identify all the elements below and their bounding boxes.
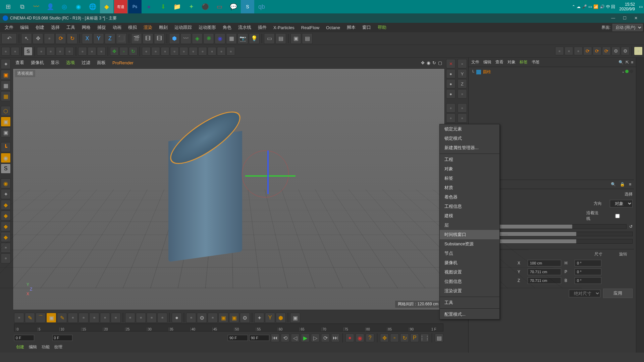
app-icon[interactable]: ✦ [184,0,198,13]
menu-file[interactable]: 文件 [1,23,17,32]
menu-script[interactable]: 脚本 [343,23,359,32]
tool-icon[interactable]: ✥ [110,47,119,56]
interface-dropdown[interactable]: 启动 (用户) [612,24,643,31]
vp-menu-prorender[interactable]: ProRender [112,60,133,65]
tool-icon[interactable]: Y [458,69,467,78]
edge-icon[interactable]: ◎ [58,0,71,13]
rotate-alt-icon[interactable]: ↻ [67,33,77,44]
apply-button[interactable]: 应用 [603,289,633,298]
menu-anim[interactable]: 动画 [109,23,125,32]
tool-icon[interactable]: ▫ [565,47,573,55]
tool-icon[interactable]: ▫ [142,47,151,56]
next-frame-icon[interactable]: ▷ [311,334,320,342]
tool-icon[interactable]: ▫ [161,47,169,56]
menu-edit[interactable]: 编辑 [17,23,32,32]
cm-nodes[interactable]: 节点 [440,249,499,258]
visibility-editor-icon[interactable] [625,70,629,73]
tool-icon[interactable]: ↻ [129,47,138,56]
om-tab-objects[interactable]: 对象 [507,59,516,65]
tool-icon[interactable]: ▫ [458,59,467,68]
tool-icon[interactable]: ▫ [136,313,146,323]
tool-icon[interactable]: ▫ [208,313,218,323]
tool-icon[interactable]: ▫ [446,103,455,113]
tool-icon[interactable]: ▫ [14,313,24,323]
vp-menu-options[interactable]: 选项 [66,60,75,66]
environment-icon[interactable]: ◉ [215,33,225,44]
enable-axis-icon[interactable]: ◉ [1,153,11,163]
workplane-icon[interactable]: ▦ [1,91,11,101]
tray-ime-icon[interactable]: 中 回 [606,4,615,10]
maximize-button[interactable]: ☐ [619,14,630,22]
start-frame-input[interactable] [14,335,34,341]
rot-h-input[interactable] [575,260,601,266]
tool-icon[interactable]: ✎ [57,313,67,323]
tool-icon[interactable]: ▫ [458,103,467,113]
move-icon[interactable]: ✥ [33,33,43,44]
tool-icon[interactable]: ▫ [119,47,128,56]
qb-icon[interactable]: qb [255,0,268,13]
vp-menu-camera[interactable]: 摄像机 [31,60,44,66]
cm-tools[interactable]: 工具 [440,298,499,307]
om-tab-tags[interactable]: 标签 [520,59,528,65]
menu-simulate[interactable]: 模拟 [125,23,140,32]
tool-icon[interactable]: ⚙ [621,47,630,55]
tree-expand-icon[interactable]: └ [471,70,474,74]
normal-checkbox[interactable] [602,214,633,218]
ps-icon[interactable]: Ps [128,0,142,13]
point-icon[interactable]: ⬡ [1,106,11,116]
tool-icon[interactable]: ▫ [458,89,467,99]
tool-icon[interactable]: ▫ [198,47,207,56]
om-filter-icon[interactable]: ⇱ [626,60,629,65]
gizmo-y-axis[interactable] [267,150,269,194]
model-icon[interactable]: ▣ [1,70,11,80]
app-icon[interactable]: 👤 [44,0,57,13]
tool-icon[interactable]: ● [172,313,182,323]
tool-icon[interactable]: ⌒ [36,313,46,323]
tool-icon[interactable]: ▫ [125,313,135,323]
goto-start-icon[interactable]: ⏮ [271,334,279,342]
key-opts-icon[interactable]: ? [366,334,374,342]
key-pla-icon[interactable]: P [410,334,419,342]
timeline-ruler[interactable]: 0 5 10 15 20 25 30 35 40 45 50 55 60 65 … [14,323,443,331]
vp-nav-icon[interactable]: ✥ [421,60,425,65]
tray-wifi-icon[interactable]: 📶 [593,4,598,9]
tool-icon[interactable]: ▫ [1,47,10,56]
menu-snap[interactable]: 捕捉 [94,23,109,32]
mode-texture[interactable]: 纹理 [54,344,62,350]
om-search-icon[interactable]: 🔍 [619,60,624,65]
end-frame-input[interactable] [249,335,269,341]
wechat-icon[interactable]: 💬 [227,0,240,13]
cm-object[interactable]: 对象 [440,164,499,174]
tool-icon[interactable]: ▫ [46,47,55,56]
tool-icon[interactable]: ▣ [290,313,300,323]
scale-icon[interactable]: ▫ [44,33,55,44]
tool-icon[interactable]: ▣ [229,313,239,323]
snagit-icon[interactable]: S [241,0,254,13]
cm-lock-element[interactable]: 锁定元素 [440,124,499,134]
vp-menu-display[interactable]: 显示 [51,60,59,66]
menu-mesh[interactable]: 网格 [78,23,94,32]
texture-icon[interactable]: ▦ [1,80,11,90]
explorer-icon[interactable]: 📁 [170,0,184,13]
rot-p-input[interactable] [575,268,601,275]
render-settings-icon[interactable]: 🎞 [154,33,165,44]
tool-icon[interactable]: ▫ [147,313,157,323]
coord-sys-icon[interactable]: ⬛ [116,33,127,44]
app-icon[interactable]: 〰 [30,0,43,13]
cm-bitmap-info[interactable]: 位图信息 [440,277,499,286]
axis-z-icon[interactable]: Z [105,33,115,44]
menu-pipeline[interactable]: 流水线 [235,23,255,32]
cm-lock-mode[interactable]: 锁定模式 [440,134,499,143]
record-icon[interactable]: ● [345,334,354,342]
light-icon[interactable]: 📷 [237,33,248,44]
prev-key-icon[interactable]: ⟲ [281,334,289,342]
tool-icon[interactable]: ⚙ [611,47,620,55]
menu-octane[interactable]: Octane [323,24,343,32]
clock[interactable]: 15:52 2020/9/9 [619,2,635,12]
tool-icon[interactable]: ✕ [446,59,455,68]
tool-icon[interactable]: ✎ [25,313,35,323]
tool-icon[interactable]: ▫ [179,47,188,56]
tool-icon[interactable]: ▫ [37,47,46,56]
goto-end-icon[interactable]: ⏭ [331,334,340,342]
c4d-icon[interactable]: ◆ [100,0,113,13]
